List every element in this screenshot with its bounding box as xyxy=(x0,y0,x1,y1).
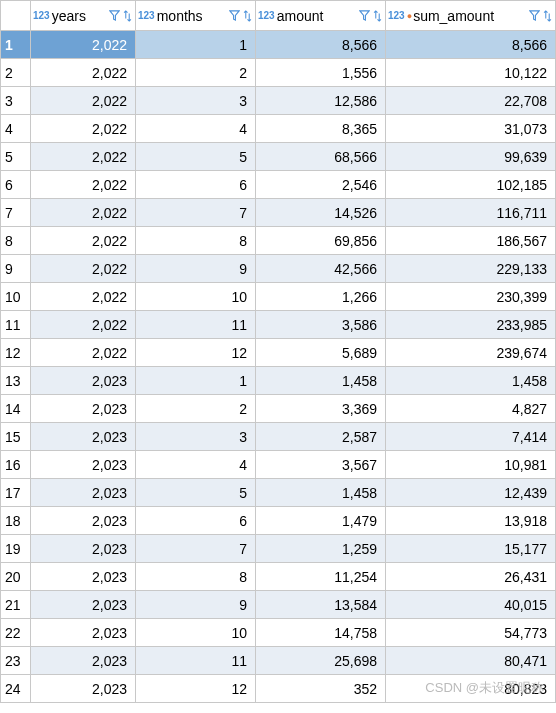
table-row[interactable]: 82,022869,856186,567 xyxy=(1,227,556,255)
cell-sum_amount[interactable]: 116,711 xyxy=(386,199,556,227)
cell-amount[interactable]: 1,458 xyxy=(256,479,386,507)
cell-years[interactable]: 2,023 xyxy=(31,367,136,395)
cell-sum_amount[interactable]: 12,439 xyxy=(386,479,556,507)
cell-months[interactable]: 2 xyxy=(136,59,256,87)
table-row[interactable]: 192,02371,25915,177 xyxy=(1,535,556,563)
row-number[interactable]: 8 xyxy=(1,227,31,255)
cell-months[interactable]: 11 xyxy=(136,311,256,339)
cell-sum_amount[interactable]: 102,185 xyxy=(386,171,556,199)
cell-years[interactable]: 2,022 xyxy=(31,199,136,227)
cell-sum_amount[interactable]: 26,431 xyxy=(386,563,556,591)
cell-months[interactable]: 5 xyxy=(136,143,256,171)
cell-sum_amount[interactable]: 80,471 xyxy=(386,647,556,675)
cell-amount[interactable]: 14,758 xyxy=(256,619,386,647)
row-number[interactable]: 10 xyxy=(1,283,31,311)
cell-years[interactable]: 2,022 xyxy=(31,59,136,87)
cell-years[interactable]: 2,023 xyxy=(31,535,136,563)
cell-years[interactable]: 2,023 xyxy=(31,675,136,703)
cell-sum_amount[interactable]: 7,414 xyxy=(386,423,556,451)
cell-sum_amount[interactable]: 1,458 xyxy=(386,367,556,395)
row-number[interactable]: 23 xyxy=(1,647,31,675)
cell-amount[interactable]: 3,586 xyxy=(256,311,386,339)
cell-sum_amount[interactable]: 10,981 xyxy=(386,451,556,479)
cell-sum_amount[interactable]: 99,639 xyxy=(386,143,556,171)
cell-amount[interactable]: 14,526 xyxy=(256,199,386,227)
cell-years[interactable]: 2,023 xyxy=(31,423,136,451)
cell-months[interactable]: 10 xyxy=(136,283,256,311)
cell-sum_amount[interactable]: 31,073 xyxy=(386,115,556,143)
sort-icon[interactable] xyxy=(541,9,553,23)
row-number[interactable]: 19 xyxy=(1,535,31,563)
cell-months[interactable]: 4 xyxy=(136,115,256,143)
cell-months[interactable]: 6 xyxy=(136,507,256,535)
filter-icon[interactable] xyxy=(108,9,120,23)
cell-amount[interactable]: 1,458 xyxy=(256,367,386,395)
data-grid[interactable]: 123years123months123amount123●sum_amount… xyxy=(0,0,556,703)
cell-sum_amount[interactable]: 229,133 xyxy=(386,255,556,283)
row-number[interactable]: 3 xyxy=(1,87,31,115)
cell-months[interactable]: 9 xyxy=(136,255,256,283)
cell-amount[interactable]: 8,566 xyxy=(256,31,386,59)
row-number[interactable]: 17 xyxy=(1,479,31,507)
table-row[interactable]: 182,02361,47913,918 xyxy=(1,507,556,535)
row-number[interactable]: 5 xyxy=(1,143,31,171)
table-row[interactable]: 12,02218,5668,566 xyxy=(1,31,556,59)
row-number[interactable]: 6 xyxy=(1,171,31,199)
filter-icon[interactable] xyxy=(528,9,540,23)
table-row[interactable]: 162,02343,56710,981 xyxy=(1,451,556,479)
cell-years[interactable]: 2,022 xyxy=(31,143,136,171)
cell-amount[interactable]: 42,566 xyxy=(256,255,386,283)
rownum-header[interactable] xyxy=(1,1,31,31)
table-row[interactable]: 142,02323,3694,827 xyxy=(1,395,556,423)
cell-years[interactable]: 2,023 xyxy=(31,479,136,507)
cell-amount[interactable]: 1,266 xyxy=(256,283,386,311)
cell-years[interactable]: 2,023 xyxy=(31,563,136,591)
table-row[interactable]: 52,022568,56699,639 xyxy=(1,143,556,171)
row-number[interactable]: 22 xyxy=(1,619,31,647)
cell-months[interactable]: 9 xyxy=(136,591,256,619)
cell-amount[interactable]: 5,689 xyxy=(256,339,386,367)
table-row[interactable]: 92,022942,566229,133 xyxy=(1,255,556,283)
row-number[interactable]: 4 xyxy=(1,115,31,143)
cell-sum_amount[interactable]: 10,122 xyxy=(386,59,556,87)
cell-months[interactable]: 6 xyxy=(136,171,256,199)
cell-months[interactable]: 11 xyxy=(136,647,256,675)
cell-amount[interactable]: 352 xyxy=(256,675,386,703)
cell-years[interactable]: 2,022 xyxy=(31,255,136,283)
cell-months[interactable]: 7 xyxy=(136,535,256,563)
table-row[interactable]: 22,02221,55610,122 xyxy=(1,59,556,87)
cell-amount[interactable]: 3,567 xyxy=(256,451,386,479)
row-number[interactable]: 2 xyxy=(1,59,31,87)
cell-years[interactable]: 2,022 xyxy=(31,115,136,143)
cell-amount[interactable]: 25,698 xyxy=(256,647,386,675)
row-number[interactable]: 7 xyxy=(1,199,31,227)
column-header-months[interactable]: 123months xyxy=(136,1,256,31)
row-number[interactable]: 12 xyxy=(1,339,31,367)
table-row[interactable]: 132,02311,4581,458 xyxy=(1,367,556,395)
cell-amount[interactable]: 2,546 xyxy=(256,171,386,199)
cell-sum_amount[interactable]: 40,015 xyxy=(386,591,556,619)
filter-icon[interactable] xyxy=(358,9,370,23)
cell-sum_amount[interactable]: 80,823 xyxy=(386,675,556,703)
cell-months[interactable]: 4 xyxy=(136,451,256,479)
cell-sum_amount[interactable]: 230,399 xyxy=(386,283,556,311)
cell-months[interactable]: 8 xyxy=(136,563,256,591)
cell-sum_amount[interactable]: 15,177 xyxy=(386,535,556,563)
cell-sum_amount[interactable]: 233,985 xyxy=(386,311,556,339)
table-row[interactable]: 42,02248,36531,073 xyxy=(1,115,556,143)
cell-amount[interactable]: 68,566 xyxy=(256,143,386,171)
table-row[interactable]: 172,02351,45812,439 xyxy=(1,479,556,507)
cell-years[interactable]: 2,023 xyxy=(31,507,136,535)
cell-amount[interactable]: 1,556 xyxy=(256,59,386,87)
table-row[interactable]: 122,022125,689239,674 xyxy=(1,339,556,367)
cell-years[interactable]: 2,023 xyxy=(31,647,136,675)
table-row[interactable]: 32,022312,58622,708 xyxy=(1,87,556,115)
table-row[interactable]: 212,023913,58440,015 xyxy=(1,591,556,619)
sort-icon[interactable] xyxy=(121,9,133,23)
cell-amount[interactable]: 1,259 xyxy=(256,535,386,563)
table-row[interactable]: 222,0231014,75854,773 xyxy=(1,619,556,647)
cell-years[interactable]: 2,022 xyxy=(31,31,136,59)
cell-years[interactable]: 2,023 xyxy=(31,619,136,647)
row-number[interactable]: 14 xyxy=(1,395,31,423)
table-row[interactable]: 152,02332,5877,414 xyxy=(1,423,556,451)
